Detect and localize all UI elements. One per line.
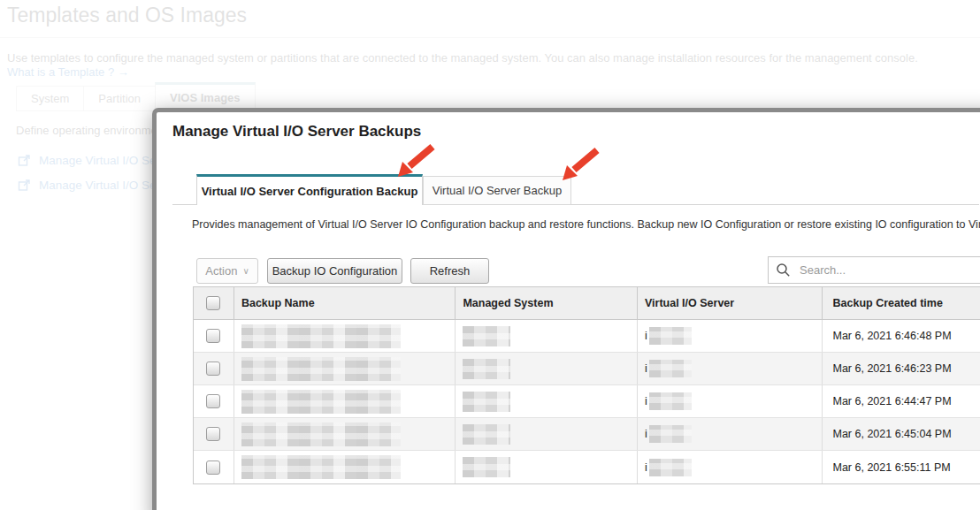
table-row: i Mar 6, 2021 6:55:11 PM xyxy=(194,451,980,483)
redacted-managed-system xyxy=(463,326,510,346)
vios-name: i xyxy=(645,362,647,375)
search-icon xyxy=(776,263,791,278)
backups-table: Backup Name Managed System Virtual I/O S… xyxy=(193,286,980,484)
select-all-checkbox[interactable] xyxy=(206,296,220,310)
redacted-backup-name xyxy=(241,455,401,479)
backup-created-time: Mar 6, 2021 6:55:11 PM xyxy=(823,451,980,483)
modal-dialog: Manage Virtual I/O Server Backups Virtua… xyxy=(152,108,980,510)
action-label: Action xyxy=(205,264,237,278)
backup-created-time: Mar 6, 2021 6:45:04 PM xyxy=(823,418,980,450)
backup-created-time: Mar 6, 2021 6:46:23 PM xyxy=(823,353,980,384)
row-checkbox[interactable] xyxy=(206,427,220,441)
col-backup-created-time[interactable]: Backup Created time xyxy=(823,287,980,319)
table-row: i Mar 6, 2021 6:46:48 PM xyxy=(194,320,980,353)
redacted-vios-name xyxy=(649,327,692,345)
screen: Templates and OS Images Use templates to… xyxy=(0,0,980,510)
annotation-arrow-icon xyxy=(394,141,437,179)
chevron-down-icon: ∨ xyxy=(242,266,249,276)
row-checkbox[interactable] xyxy=(206,329,220,343)
col-managed-system[interactable]: Managed System xyxy=(456,287,638,319)
tab-vios-configuration-backup[interactable]: Virtual I/O Server Configuration Backup xyxy=(196,174,423,205)
table-row: i Mar 6, 2021 6:45:04 PM xyxy=(194,418,980,451)
redacted-backup-name xyxy=(241,357,401,381)
redacted-backup-name xyxy=(241,422,401,446)
refresh-button[interactable]: Refresh xyxy=(410,258,489,284)
tab-description: Provides management of Virtual I/O Serve… xyxy=(192,218,980,231)
redacted-managed-system xyxy=(463,424,510,445)
redacted-vios-name xyxy=(649,392,692,410)
redacted-managed-system xyxy=(463,359,510,379)
redacted-managed-system xyxy=(463,392,510,412)
redacted-backup-name xyxy=(241,390,401,414)
modal-tabs: Virtual I/O Server Configuration Backup … xyxy=(196,174,571,205)
modal-title: Manage Virtual I/O Server Backups xyxy=(172,123,421,141)
backup-io-configuration-button[interactable]: Backup IO Configuration xyxy=(267,258,402,284)
redacted-vios-name xyxy=(649,360,692,377)
redacted-managed-system xyxy=(463,457,510,477)
row-checkbox[interactable] xyxy=(206,461,220,475)
search-box xyxy=(768,256,980,284)
redacted-vios-name xyxy=(649,459,692,476)
row-checkbox[interactable] xyxy=(206,394,220,408)
table-header-row: Backup Name Managed System Virtual I/O S… xyxy=(194,287,980,320)
redacted-backup-name xyxy=(241,324,401,348)
search-input[interactable] xyxy=(800,263,980,277)
vios-name: i xyxy=(645,428,647,440)
vios-name: i xyxy=(645,395,647,407)
backup-created-time: Mar 6, 2021 6:44:47 PM xyxy=(823,385,980,417)
redacted-vios-name xyxy=(649,425,692,443)
table-row: i Mar 6, 2021 6:44:47 PM xyxy=(194,385,980,418)
row-checkbox[interactable] xyxy=(206,362,220,376)
table-row: i Mar 6, 2021 6:46:23 PM xyxy=(194,353,980,385)
vios-name: i xyxy=(645,461,647,474)
vios-name: i xyxy=(645,330,647,342)
col-backup-name[interactable]: Backup Name xyxy=(234,287,456,319)
backup-created-time: Mar 6, 2021 6:46:48 PM xyxy=(823,320,980,352)
tab-vios-backup[interactable]: Virtual I/O Server Backup xyxy=(423,176,571,205)
col-virtual-io-server[interactable]: Virtual I/O Server xyxy=(638,287,823,319)
action-menu-button[interactable]: Action ∨ xyxy=(196,258,258,284)
